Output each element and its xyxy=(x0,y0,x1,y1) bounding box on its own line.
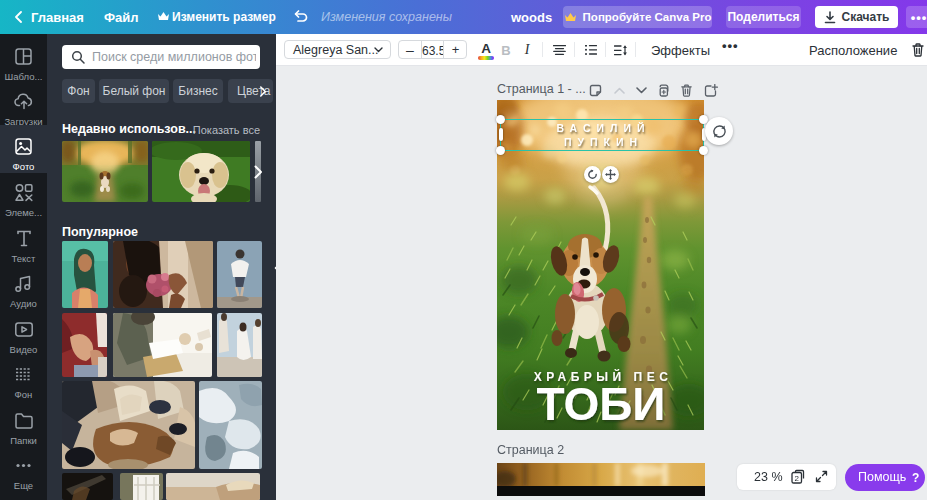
svg-text:ТОБИ: ТОБИ xyxy=(537,378,666,430)
svg-text:2: 2 xyxy=(795,474,800,483)
